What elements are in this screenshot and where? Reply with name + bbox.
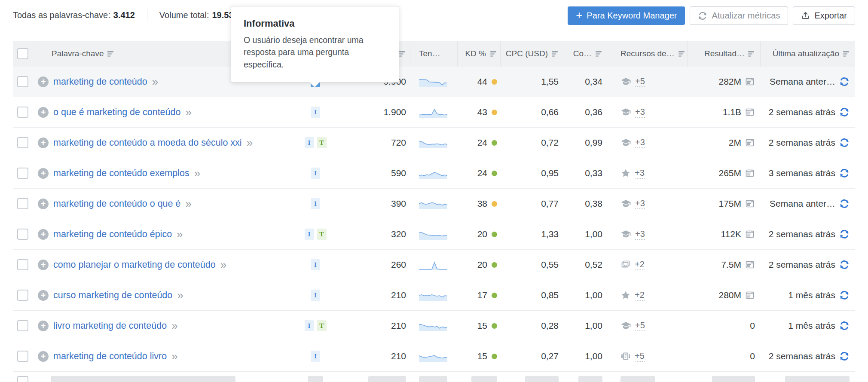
intent-badge-transactional[interactable]: T [317,320,327,331]
more-serp-features-link[interactable]: +3 [635,198,645,209]
row-checkbox[interactable] [17,168,28,179]
row-checkbox[interactable] [17,76,28,87]
view-serp-icon[interactable] [745,290,755,300]
keyword-link[interactable]: curso marketing de conteúdo [53,290,172,301]
keyword-manager-label: Para Keyword Manager [587,11,677,21]
intent-badge-informational[interactable]: I [311,290,320,301]
refresh-metrics-icon[interactable] [839,290,850,300]
row-checkbox[interactable] [17,107,28,118]
keyword-link[interactable]: como planejar o marketing de conteúdo [53,260,216,270]
more-serp-features-link[interactable]: +3 [635,107,645,118]
keyword-link[interactable]: marketing de conteúdo [53,76,147,87]
keyword-link[interactable]: marketing de conteúdo exemplos [53,168,189,179]
view-serp-icon[interactable] [745,138,755,148]
table-row: + como planejar o marketing de conteúdo … [13,250,855,280]
intent-badge-informational[interactable]: I [311,351,320,362]
sort-kd-icon[interactable] [490,51,497,57]
star-icon [620,168,631,178]
view-serp-icon[interactable] [745,199,755,209]
more-serp-features-link[interactable]: +3 [635,229,645,240]
refresh-metrics-icon[interactable] [839,199,850,209]
row-checkbox[interactable] [17,137,28,148]
keyword-link[interactable]: marketing de conteúdo livro [53,351,167,362]
open-keyword-overview-icon[interactable]: » [177,290,183,301]
add-keyword-button[interactable]: + [38,351,49,362]
keyword-manager-button[interactable]: + Para Keyword Manager [568,6,685,25]
keyword-link[interactable]: marketing de conteúdo o que é [53,199,180,209]
sort-volume-icon[interactable] [399,51,406,57]
row-checkbox[interactable] [17,376,28,382]
add-keyword-button[interactable]: + [38,199,49,209]
view-serp-icon[interactable] [745,229,755,239]
intent-badge-transactional[interactable]: T [317,229,327,240]
row-checkbox[interactable] [17,259,28,270]
intent-badge-informational[interactable]: I [305,229,314,240]
row-checkbox[interactable] [17,290,28,301]
export-button[interactable]: Exportar [793,6,855,25]
intent-badge-informational[interactable]: I [311,198,320,209]
open-keyword-overview-icon[interactable]: » [185,198,191,209]
open-keyword-overview-icon[interactable]: » [171,320,177,331]
view-serp-icon[interactable] [745,76,755,87]
view-serp-icon[interactable] [745,107,755,117]
refresh-metrics-icon[interactable] [839,351,850,361]
refresh-metrics-icon[interactable] [839,76,850,87]
add-keyword-button[interactable]: + [38,107,49,118]
keyword-link[interactable]: marketing de conteúdo épico [53,229,172,240]
update-metrics-button[interactable]: Atualizar métricas [690,6,788,25]
competition-value: 0,34 [567,67,610,97]
sort-updated-icon[interactable] [843,51,850,57]
add-keyword-button[interactable]: + [38,138,49,148]
keyword-link[interactable]: livro marketing de conteúdo [53,321,167,331]
more-serp-features-link[interactable]: +2 [635,259,645,270]
intent-badge-informational[interactable]: I [305,320,314,331]
sort-results-icon[interactable] [748,51,755,57]
more-serp-features-link[interactable]: +3 [635,168,645,179]
open-keyword-overview-icon[interactable]: » [152,76,158,87]
select-all-checkbox[interactable] [17,48,28,59]
intent-badge-informational[interactable]: I [305,137,314,148]
add-keyword-button[interactable]: + [38,168,49,179]
add-keyword-button[interactable]: + [38,290,49,301]
open-keyword-overview-icon[interactable]: » [220,259,226,270]
open-keyword-overview-icon[interactable]: » [247,137,253,148]
view-serp-icon[interactable] [745,168,755,178]
open-keyword-overview-icon[interactable]: » [185,107,191,118]
refresh-metrics-icon[interactable] [839,138,850,148]
refresh-metrics-icon[interactable] [839,260,850,270]
refresh-metrics-icon[interactable] [839,107,850,117]
intent-badge-informational[interactable]: I [311,259,320,270]
more-serp-features-link[interactable]: +3 [635,137,645,148]
row-checkbox[interactable] [17,198,28,209]
more-serp-features-link[interactable]: +5 [635,76,645,87]
open-keyword-overview-icon[interactable]: » [194,168,200,179]
more-serp-features-link[interactable]: +5 [635,351,645,362]
sort-competition-icon[interactable] [596,51,602,57]
intent-badges: I [311,168,320,179]
keyword-link[interactable]: o que é marketing de conteúdo [53,107,180,118]
open-keyword-overview-icon[interactable]: » [177,229,183,240]
sort-cpc-icon[interactable] [552,51,558,57]
view-serp-icon[interactable] [745,260,755,270]
refresh-metrics-icon[interactable] [839,168,850,178]
sort-keyword-icon[interactable] [107,51,114,57]
add-keyword-button[interactable]: + [38,321,49,331]
keyword-link[interactable]: marketing de conteúdo a moeda do século … [53,138,242,148]
more-serp-features-link[interactable]: +2 [635,290,645,301]
sort-serp-features-icon[interactable] [679,51,685,57]
intent-badge-transactional[interactable]: T [317,137,327,148]
refresh-metrics-icon[interactable] [839,321,850,331]
more-serp-features-link[interactable]: +5 [635,320,645,331]
add-keyword-button[interactable]: + [38,76,49,87]
row-checkbox[interactable] [17,320,28,331]
add-keyword-button[interactable]: + [38,229,49,240]
add-keyword-button[interactable]: + [38,260,49,270]
table-header-row: Palavra-chave Ten… KD % CPC (USD) Co… Re… [13,41,855,67]
row-checkbox[interactable] [17,351,28,362]
intent-badge-informational[interactable]: I [311,107,320,118]
kd-value: 24 [477,138,487,148]
intent-badge-informational[interactable]: I [311,168,320,179]
row-checkbox[interactable] [17,229,28,240]
open-keyword-overview-icon[interactable]: » [171,351,177,362]
refresh-metrics-icon[interactable] [839,229,850,239]
